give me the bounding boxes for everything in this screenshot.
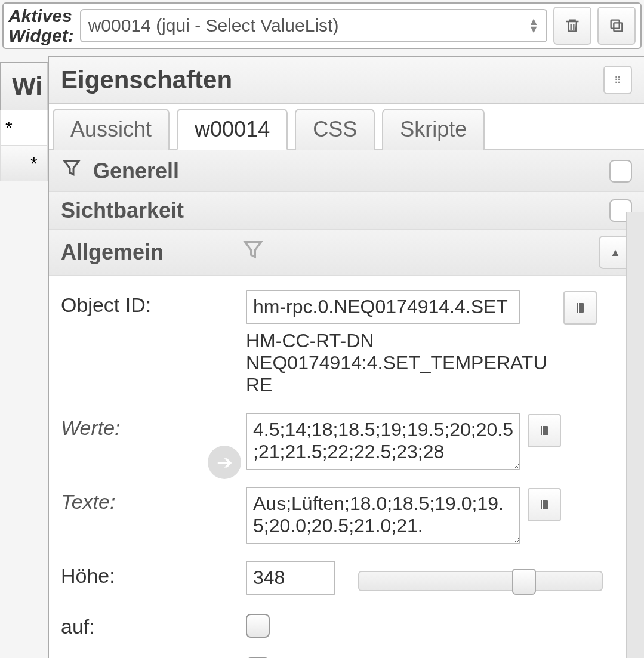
- texte-label: Texte:: [61, 487, 246, 514]
- left-heading: Wi: [0, 62, 48, 110]
- prop-hoehe: Höhe:: [61, 552, 632, 603]
- tab-scripts[interactable]: Skripte: [382, 109, 485, 150]
- section-allgemein[interactable]: Allgemein ▲: [49, 230, 644, 276]
- panel-header: Eigenschaften ⠿: [49, 57, 644, 104]
- ohne-jquery-label: Ohne jQuery Stil:: [61, 655, 246, 658]
- select-arrows-icon: ▲▼: [528, 18, 539, 33]
- object-id-browse-button[interactable]: [563, 291, 597, 325]
- section-generell-label: Generell: [93, 159, 179, 184]
- trash-icon: [564, 17, 581, 34]
- active-widget-value: w00014 (jqui - Select ValueList): [88, 16, 339, 36]
- panel-drag-handle[interactable]: ⠿: [603, 66, 632, 94]
- main-area: Wi * * Eigenschaften ⠿ Aussicht w00014 C…: [0, 56, 644, 658]
- tabs: Aussicht w00014 CSS Skripte: [49, 104, 644, 150]
- svg-rect-3: [578, 303, 579, 313]
- active-widget-label: Aktives Widget:: [8, 6, 74, 45]
- hoehe-input[interactable]: [246, 561, 335, 595]
- object-id-label: Object ID:: [61, 290, 246, 317]
- auf-label: auf:: [61, 611, 246, 638]
- svg-rect-1: [611, 20, 620, 29]
- tab-aussicht[interactable]: Aussicht: [53, 109, 170, 150]
- panel-title: Eigenschaften: [61, 66, 232, 94]
- prop-ohne-jquery: Ohne jQuery Stil: ✔: [61, 647, 632, 658]
- vertical-scrollbar[interactable]: [626, 212, 644, 658]
- svg-rect-7: [542, 500, 543, 509]
- section-generell-toggle[interactable]: [609, 160, 632, 183]
- prop-object-id: Object ID: HM-CC-RT-DN NEQ0174914:4.SET_…: [61, 282, 632, 404]
- delete-button[interactable]: [553, 7, 591, 45]
- left-marker-1[interactable]: *: [0, 110, 48, 146]
- section-sichtbarkeit-label: Sichtbarkeit: [61, 198, 184, 223]
- object-id-description: HM-CC-RT-DN NEQ0174914:4.SET_TEMPERATURE: [246, 324, 556, 396]
- texte-input[interactable]: [246, 487, 520, 544]
- prop-texte: Texte:: [61, 478, 632, 552]
- auf-checkbox[interactable]: [246, 614, 270, 638]
- svg-rect-6: [541, 500, 548, 509]
- grip-icon: ⠿: [614, 75, 622, 86]
- copy-button[interactable]: [597, 7, 636, 45]
- werte-input[interactable]: [246, 413, 520, 470]
- left-marker-2[interactable]: *: [0, 146, 48, 181]
- book-icon: [573, 301, 587, 315]
- tab-css[interactable]: CSS: [295, 109, 375, 150]
- tab-widget[interactable]: w00014: [177, 109, 288, 150]
- book-icon: [537, 498, 551, 512]
- arrow-right-button[interactable]: ➔: [208, 446, 241, 479]
- hoehe-label: Höhe:: [61, 561, 246, 588]
- werte-browse-button[interactable]: [528, 414, 561, 447]
- filter-icon[interactable]: [241, 237, 265, 268]
- section-generell[interactable]: Generell: [49, 150, 644, 192]
- werte-label: Werte:: [61, 413, 246, 440]
- book-icon: [537, 424, 551, 438]
- properties-area: ➔ Object ID: HM-CC-RT-DN NEQ0174914:4.SE…: [49, 276, 644, 658]
- active-widget-select[interactable]: w00014 (jqui - Select ValueList) ▲▼: [80, 9, 547, 42]
- section-sichtbarkeit[interactable]: Sichtbarkeit: [49, 192, 644, 230]
- top-toolbar: Aktives Widget: w00014 (jqui - Select Va…: [2, 2, 642, 49]
- object-id-input[interactable]: [246, 290, 520, 324]
- prop-werte: Werte:: [61, 404, 632, 478]
- prop-auf: auf:: [61, 603, 632, 647]
- arrow-right-icon: ➔: [217, 451, 233, 474]
- section-allgemein-label: Allgemein: [61, 240, 164, 265]
- svg-rect-4: [541, 426, 548, 435]
- slider-handle[interactable]: [512, 569, 536, 595]
- properties-panel: Eigenschaften ⠿ Aussicht w00014 CSS Skri…: [48, 56, 644, 658]
- hoehe-slider[interactable]: [358, 571, 603, 591]
- svg-rect-5: [542, 426, 543, 435]
- svg-rect-2: [577, 303, 584, 313]
- sections: Generell Sichtbarkeit Allgemein ▲: [49, 150, 644, 276]
- chevron-up-icon: ▲: [610, 246, 621, 259]
- svg-rect-0: [614, 23, 622, 31]
- left-column: Wi * *: [0, 56, 48, 658]
- funnel-icon: [61, 156, 82, 186]
- texte-browse-button[interactable]: [528, 488, 561, 521]
- copy-icon: [608, 17, 625, 34]
